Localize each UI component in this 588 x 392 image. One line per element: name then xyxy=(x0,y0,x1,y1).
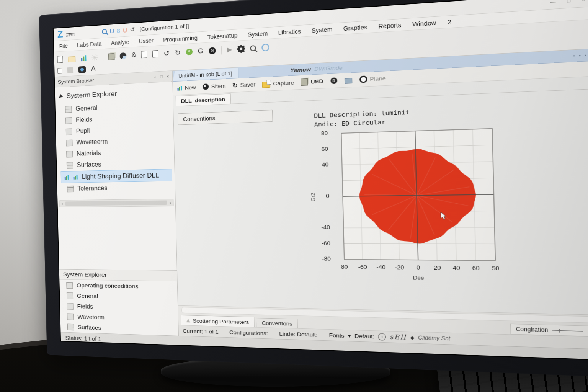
scrollbar-thumb[interactable] xyxy=(65,201,167,206)
redo-icon[interactable]: ↺ xyxy=(130,26,135,33)
saver-label: Saver xyxy=(240,81,256,88)
sidebar-horizontal-scrollbar[interactable]: ‹ › xyxy=(59,199,173,207)
uad-label: UЯD xyxy=(310,78,323,85)
uad-button[interactable]: UЯD xyxy=(301,78,323,86)
plane-label: Plane xyxy=(370,75,386,82)
plane-button[interactable]: Plane xyxy=(359,75,386,83)
green-asterisk-icon[interactable]: * xyxy=(186,49,193,56)
saver-button[interactable]: ↻ Saver xyxy=(232,81,255,89)
gear-icon[interactable] xyxy=(237,46,244,52)
gray-square-icon[interactable] xyxy=(67,67,73,73)
tab-scattering-parameters[interactable]: Scottering Parameters xyxy=(181,315,255,327)
sidebar-header-title: System Brotiser xyxy=(58,77,94,85)
bar-chart-icon xyxy=(177,85,182,90)
menu-reports[interactable]: Reports xyxy=(378,21,401,30)
swirl-icon[interactable] xyxy=(261,44,270,52)
menu-tokesnatup[interactable]: Tokesnatup xyxy=(207,32,238,40)
capture-button[interactable]: Capture xyxy=(262,79,294,88)
undo-icon[interactable]: U xyxy=(123,26,127,33)
tabstrip-control-icon[interactable]: ▪ xyxy=(579,53,581,58)
undo-arrow-icon[interactable]: ↺ xyxy=(163,49,170,58)
u-icon[interactable]: U xyxy=(110,28,114,34)
surfaces-icon xyxy=(67,162,73,169)
menu-analyze[interactable]: Analy/e xyxy=(111,39,129,46)
panel-icon[interactable]: □ xyxy=(160,74,163,79)
droplet-icon xyxy=(203,83,209,90)
menu-help[interactable]: 2 xyxy=(448,18,451,26)
eight-icon[interactable]: 8 xyxy=(117,27,120,34)
x-tick-label: 20 xyxy=(429,265,446,271)
record-icon[interactable]: 0| xyxy=(209,47,216,54)
menu-labs-data[interactable]: Labs Data xyxy=(77,41,102,48)
tabstrip-control-icon[interactable]: ▪ xyxy=(573,54,575,58)
pages-icon xyxy=(301,78,308,86)
scroll-left-icon[interactable]: ‹ xyxy=(61,201,63,206)
menu-libraries[interactable]: Libratics xyxy=(278,28,301,36)
congiration-label: Congiration xyxy=(516,326,548,333)
menu-programming[interactable]: Programming xyxy=(163,34,198,43)
bar-chart-icon[interactable] xyxy=(80,55,87,61)
checkbox-icon xyxy=(66,150,73,157)
half-circle-icon[interactable] xyxy=(120,52,127,59)
play-icon[interactable]: ▶ xyxy=(227,46,232,54)
tree-root-label: Systerm Explorer xyxy=(66,90,117,100)
open-folder-icon[interactable] xyxy=(68,56,75,62)
plot-area: Gr2 8060400-40-60-8080-60-40-20020406050… xyxy=(314,125,516,290)
copy-icon[interactable] xyxy=(108,53,115,60)
letter-a-icon[interactable]: A xyxy=(91,65,96,73)
screen: Z ASTIR U 8 U ↺ [Configuration 1 of [] —… xyxy=(54,0,588,359)
new-file-icon[interactable] xyxy=(57,56,63,63)
warning-triangle-icon xyxy=(186,318,190,322)
maximize-button[interactable]: □ xyxy=(567,0,570,3)
printer-icon[interactable] xyxy=(344,78,352,84)
menu-file[interactable]: File xyxy=(59,42,68,49)
tree-root[interactable]: Systerm Explorer xyxy=(60,87,173,100)
snowflake-icon[interactable] xyxy=(91,54,98,60)
search-icon[interactable] xyxy=(250,45,256,51)
info-icon[interactable]: i xyxy=(378,333,386,340)
sidebar-item-operating-conditions[interactable]: Operating conceditions xyxy=(59,280,175,292)
minimize-button[interactable]: — xyxy=(550,0,556,5)
document-tab-label: Untiriäł - in kob [L of 1] xyxy=(178,70,232,79)
pin-icon[interactable]: + xyxy=(154,75,157,80)
tab-conventions[interactable]: Converttons xyxy=(256,318,298,328)
y-tick-label: 0 xyxy=(316,193,329,199)
close-icon[interactable]: × xyxy=(167,74,169,79)
y-tick-label: -60 xyxy=(317,240,330,246)
sidebar-item-light-shaping-diffuser-dll[interactable]: Light Shaping Diffuser DLL xyxy=(60,169,172,183)
ampersand-icon[interactable]: & xyxy=(131,51,136,59)
conventions-button[interactable]: Conventions xyxy=(178,110,273,125)
close-button[interactable]: × xyxy=(581,0,585,2)
menu-system[interactable]: System xyxy=(248,30,268,38)
quick-access-toolbar: U 8 U ↺ xyxy=(102,26,135,35)
small-page-icon[interactable] xyxy=(57,68,62,74)
tabstrip-control-icon[interactable]: ▪ xyxy=(585,53,586,57)
fonts-label[interactable]: Fonts xyxy=(329,332,344,339)
new-button[interactable]: New xyxy=(177,84,196,91)
menu-window[interactable]: Window xyxy=(412,19,436,28)
slider-line[interactable] xyxy=(552,330,583,331)
scroll-right-icon[interactable]: › xyxy=(170,200,172,206)
menu-user[interactable]: Usser xyxy=(139,37,154,44)
system-explorer-tree: Systerm Explorer General Fields Pupil xyxy=(55,82,175,194)
tolerances-icon xyxy=(67,185,74,192)
search-icon[interactable] xyxy=(102,29,107,34)
chevron-down-icon[interactable]: ▾ xyxy=(348,332,351,339)
g-icon[interactable]: G xyxy=(198,47,204,56)
sidebar-item-surfaces[interactable]: Surfaces xyxy=(60,157,172,171)
sidebar-item-label: General xyxy=(75,105,98,113)
sitem-button[interactable]: Sitem xyxy=(203,83,226,90)
sidebar-item-tolerances[interactable]: Tolerances xyxy=(61,181,173,194)
snapshot-icon[interactable] xyxy=(78,66,86,73)
page-arrow-icon[interactable] xyxy=(141,51,147,59)
capture-folder-icon xyxy=(262,81,271,88)
menu-system-2[interactable]: System xyxy=(312,26,333,34)
blank-page-icon[interactable] xyxy=(152,50,158,58)
congiration-panel[interactable]: Congiration xyxy=(510,324,588,336)
menu-graphics[interactable]: Grapties xyxy=(343,23,367,32)
checkbox-icon xyxy=(65,106,72,113)
redo-arrow-icon[interactable]: ↻ xyxy=(175,48,181,57)
chart-title: DLL Description: luminitAndie: ED Circul… xyxy=(314,104,522,129)
ring-icon xyxy=(359,75,367,83)
circle-b-icon[interactable]: B xyxy=(330,77,337,84)
